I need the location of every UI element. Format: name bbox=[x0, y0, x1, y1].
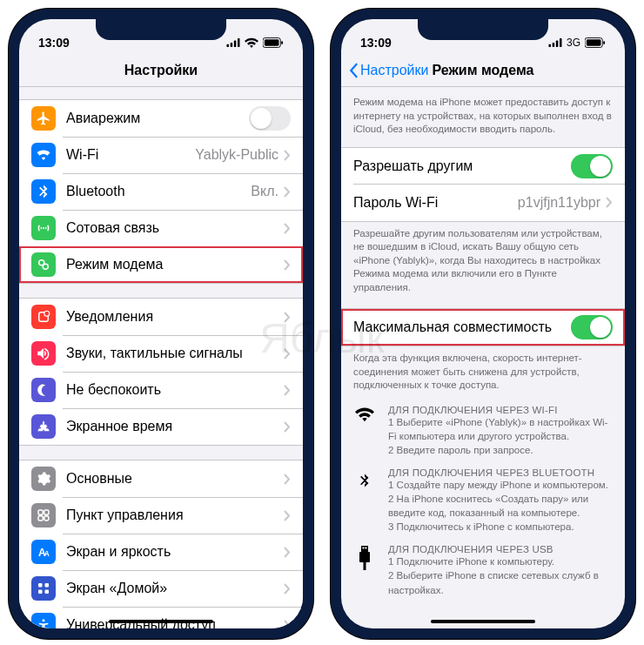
status-time: 13:09 bbox=[38, 36, 70, 50]
content-right[interactable]: Режим модема на iPhone может предоставит… bbox=[341, 87, 625, 628]
svg-rect-3 bbox=[238, 38, 240, 47]
instruction-bluetooth: ДЛЯ ПОДКЛЮЧЕНИЯ ЧЕРЕЗ BLUETOOTH 1 Создай… bbox=[341, 457, 625, 534]
row-homescreen[interactable]: Экран «Домой» bbox=[19, 570, 303, 607]
row-dnd[interactable]: Не беспокоить bbox=[19, 372, 303, 408]
instruction-line: 1 Создайте пару между iPhone и компьютер… bbox=[388, 478, 613, 492]
content-left[interactable]: Авиарежим Wi-Fi Yablyk-Public Bluetooth … bbox=[19, 87, 303, 628]
row-accessibility[interactable]: Универсальный доступ bbox=[19, 607, 303, 628]
svg-rect-34 bbox=[364, 562, 366, 570]
cellular-icon bbox=[31, 216, 56, 240]
row-screentime[interactable]: Экранное время bbox=[19, 408, 303, 445]
row-wifi[interactable]: Wi-Fi Yablyk-Public bbox=[19, 137, 303, 173]
svg-rect-13 bbox=[38, 516, 43, 521]
row-label: Разрешать другим bbox=[353, 158, 571, 174]
chevron-icon bbox=[284, 620, 291, 629]
row-value: Yablyk-Public bbox=[195, 147, 278, 163]
status-right bbox=[226, 37, 284, 48]
note-compat: Когда эта функция включена, скорость инт… bbox=[341, 346, 625, 394]
instruction-line: 1 Подключите iPhone к компьютеру. bbox=[388, 554, 613, 568]
chevron-icon bbox=[284, 150, 291, 161]
row-display[interactable]: AA Экран и яркость bbox=[19, 534, 303, 570]
screen-left: 13:09 Настройки Авиарежим Wi-Fi bbox=[19, 19, 303, 628]
row-hotspot[interactable]: Режим модема bbox=[19, 246, 303, 283]
row-controlcenter[interactable]: Пункт управления bbox=[19, 497, 303, 534]
settings-group: Авиарежим Wi-Fi Yablyk-Public Bluetooth … bbox=[19, 99, 303, 284]
airplane-toggle[interactable] bbox=[249, 106, 291, 131]
svg-rect-29 bbox=[603, 41, 605, 44]
chevron-icon bbox=[606, 197, 613, 208]
compat-toggle[interactable] bbox=[571, 315, 613, 339]
phone-right: 13:09 3G Настройки Режим модема Режим мо… bbox=[331, 9, 635, 639]
row-cellular[interactable]: Сотовая связь bbox=[19, 210, 303, 246]
wifi-icon bbox=[353, 405, 376, 422]
row-label: Режим модема bbox=[66, 257, 284, 272]
settings-group: Основные Пункт управления AA Экран и ярк… bbox=[19, 460, 303, 628]
home-indicator bbox=[109, 620, 213, 623]
instruction-line: 2 На iPhone коснитесь «Создать пару» или… bbox=[388, 492, 613, 520]
row-label: Не беспокоить bbox=[66, 382, 284, 398]
svg-rect-2 bbox=[234, 41, 237, 48]
row-airplane[interactable]: Авиарежим bbox=[19, 100, 303, 137]
sounds-icon bbox=[31, 341, 56, 366]
row-value: Вкл. bbox=[251, 184, 278, 199]
row-wifi-password[interactable]: Пароль Wi-Fi p1vjfjn11ybpr bbox=[341, 185, 625, 221]
row-label: Уведомления bbox=[66, 309, 284, 325]
homescreen-icon bbox=[31, 576, 56, 601]
gear-icon bbox=[31, 467, 56, 491]
instruction-wifi: ДЛЯ ПОДКЛЮЧЕНИЯ ЧЕРЕЗ WI-FI 1 Выберите «… bbox=[341, 394, 625, 457]
chevron-icon bbox=[284, 385, 291, 396]
navbar: Настройки bbox=[19, 54, 303, 87]
row-value: p1vjfjn11ybpr bbox=[518, 195, 600, 211]
row-label: Авиарежим bbox=[66, 111, 249, 126]
screen-right: 13:09 3G Настройки Режим модема Режим мо… bbox=[341, 19, 625, 628]
svg-rect-11 bbox=[38, 510, 43, 514]
bluetooth-icon bbox=[31, 179, 56, 204]
screentime-icon bbox=[31, 414, 56, 439]
instruction-line: 1 Выберите «iPhone (Yablyk)» в настройка… bbox=[388, 415, 613, 443]
back-button[interactable]: Настройки bbox=[348, 63, 428, 78]
row-label: Пароль Wi-Fi bbox=[353, 195, 518, 211]
notch bbox=[418, 19, 548, 40]
svg-rect-6 bbox=[281, 41, 283, 44]
row-sounds[interactable]: Звуки, тактильные сигналы bbox=[19, 335, 303, 372]
battery-icon bbox=[585, 37, 606, 48]
row-notifications[interactable]: Уведомления bbox=[19, 299, 303, 335]
svg-rect-30 bbox=[361, 546, 368, 552]
row-label: Максимальная совместимость bbox=[353, 319, 571, 335]
svg-rect-19 bbox=[38, 590, 43, 595]
navbar: Настройки Режим модема bbox=[341, 54, 625, 87]
row-label: Экран и яркость bbox=[66, 544, 284, 560]
chevron-icon bbox=[284, 510, 291, 521]
svg-rect-20 bbox=[45, 590, 50, 595]
svg-rect-24 bbox=[553, 43, 555, 47]
chevron-icon bbox=[284, 259, 291, 271]
home-indicator bbox=[431, 620, 535, 623]
svg-rect-26 bbox=[560, 38, 562, 47]
svg-rect-28 bbox=[587, 39, 601, 45]
svg-point-10 bbox=[44, 311, 50, 316]
svg-rect-33 bbox=[359, 552, 370, 562]
svg-rect-25 bbox=[556, 41, 559, 48]
chevron-icon bbox=[284, 421, 291, 433]
compat-group: Максимальная совместимость bbox=[341, 308, 625, 346]
network-text: 3G bbox=[567, 37, 580, 49]
svg-rect-12 bbox=[44, 510, 49, 514]
settings-group: Уведомления Звуки, тактильные сигналы Не… bbox=[19, 298, 303, 446]
allow-toggle[interactable] bbox=[571, 154, 613, 178]
svg-rect-5 bbox=[265, 39, 279, 45]
row-label: Сотовая связь bbox=[66, 220, 284, 236]
row-max-compat[interactable]: Максимальная совместимость bbox=[341, 309, 625, 346]
notifications-icon bbox=[31, 305, 56, 329]
chevron-icon bbox=[284, 312, 291, 323]
svg-rect-18 bbox=[45, 583, 50, 588]
row-label: Экранное время bbox=[66, 419, 284, 434]
accessibility-icon bbox=[31, 613, 56, 628]
row-general[interactable]: Основные bbox=[19, 460, 303, 497]
row-allow-others[interactable]: Разрешать другим bbox=[341, 148, 625, 185]
instruction-usb: ДЛЯ ПОДКЛЮЧЕНИЯ ЧЕРЕЗ USB 1 Подключите i… bbox=[341, 534, 625, 596]
instruction-title: ДЛЯ ПОДКЛЮЧЕНИЯ ЧЕРЕЗ BLUETOOTH bbox=[388, 467, 613, 478]
row-label: Wi-Fi bbox=[66, 147, 195, 163]
row-bluetooth[interactable]: Bluetooth Вкл. bbox=[19, 173, 303, 210]
instruction-line: 3 Подключитесь к iPhone с компьютера. bbox=[388, 520, 613, 534]
svg-rect-32 bbox=[366, 548, 367, 549]
